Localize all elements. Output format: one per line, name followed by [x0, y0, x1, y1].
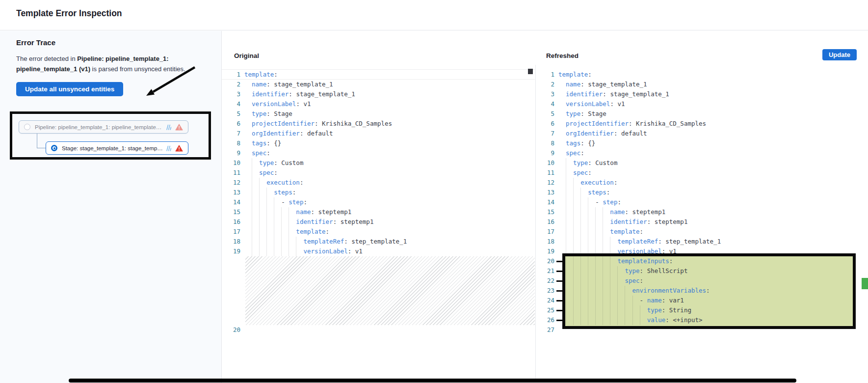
code-line: 8 tags: {}: [536, 138, 868, 148]
warning-icon: [175, 124, 183, 131]
line-number: 20: [222, 325, 240, 335]
inserted-line-marker: [556, 300, 563, 301]
error-trace-heading: Error Trace: [16, 38, 55, 47]
code-line: 6 projectIdentifier: Krishika_CD_Samples: [222, 119, 536, 129]
update-button[interactable]: Update: [822, 49, 857, 60]
code-line: 4 versionLabel: v1: [222, 99, 536, 109]
code-line: 7 orgIdentifier: default: [536, 129, 868, 138]
template-error-inspection-page: Template Error Inspection Error Trace Th…: [0, 0, 868, 383]
code-line: 18 templateRef: step_template_1: [222, 237, 536, 246]
error-trace-panel: Error Trace The error detected in Pipeli…: [0, 31, 222, 383]
tree-connector: [37, 134, 37, 148]
code-line: 2 name: stage_template_1: [536, 80, 868, 89]
tree-node-stage[interactable]: Stage: stage_template_1: stage_templat..…: [46, 141, 188, 155]
code-line: 19 versionLabel: v1: [536, 246, 868, 256]
inserted-line-marker: [556, 261, 563, 262]
code-line: 18 templateRef: step_template_1: [536, 237, 868, 246]
code-line: 10 type: Custom: [536, 158, 868, 168]
code-line: 11 spec:: [536, 168, 868, 178]
inserted-line-marker: [556, 310, 563, 311]
inserted-line-marker: [556, 320, 563, 321]
code-line: 13 steps:: [536, 188, 868, 197]
inserted-line-marker: [556, 271, 563, 272]
code-line: 10 type: Custom: [222, 158, 536, 168]
template-library-icon: [166, 145, 171, 151]
error-trace-tree-annotation-box: Pipeline: pipeline_template_1: pipeline_…: [10, 111, 211, 160]
description-prefix: The error detected in: [16, 55, 77, 62]
code-line: 12 execution:: [536, 178, 868, 188]
inserted-line-marker: [556, 290, 563, 292]
update-all-unsynced-entities-button[interactable]: Update all unsynced entities: [16, 82, 123, 96]
radio-selected-icon[interactable]: [51, 145, 57, 151]
code-line: 4 versionLabel: v1: [536, 99, 868, 109]
original-code-editor[interactable]: 20 1template:2 name: stage_template_13 i…: [222, 65, 536, 383]
tree-node-label: Pipeline: pipeline_template_1: pipeline_…: [35, 124, 163, 130]
panel-title-refreshed: Refreshed: [546, 52, 579, 59]
code-line: 1template:: [222, 70, 536, 80]
code-line: 14 - step:: [536, 197, 868, 207]
page-title: Template Error Inspection: [16, 8, 122, 19]
code-line: 20 templateInputs:: [536, 256, 868, 266]
code-line: 9 spec:: [222, 148, 536, 158]
code-line: 2 name: stage_template_1: [222, 80, 536, 89]
code-line: 17 template:: [536, 227, 868, 237]
bottom-screen-bar: [69, 379, 796, 383]
code-line: 21 type: ShellScript: [536, 266, 868, 276]
code-line: 5 type: Stage: [222, 109, 536, 119]
code-line: 3 identifier: stage_template_1: [536, 89, 868, 99]
code-line: 25 type: String: [536, 305, 868, 315]
line-number: 27: [536, 325, 554, 335]
error-trace-description: The error detected in Pipeline: pipeline…: [16, 54, 210, 74]
code-line: 16 identifier: steptemp1: [536, 217, 868, 227]
code-line: 17 template:: [222, 227, 536, 237]
tree-node-label: Stage: stage_template_1: stage_templat..…: [62, 145, 163, 151]
inserted-line-marker: [556, 280, 563, 282]
code-line: 23 environmentVariables:: [536, 286, 868, 296]
code-line: 19 versionLabel: v1: [222, 246, 536, 256]
code-line: 20: [222, 325, 536, 335]
app-header: Template Error Inspection: [0, 0, 868, 30]
code-line: 14 - step:: [222, 197, 536, 207]
code-line: 27: [536, 325, 868, 335]
code-line: 3 identifier: stage_template_1: [222, 89, 536, 99]
template-library-icon: [166, 124, 171, 130]
description-suffix: is parsed from unsynced entities.: [90, 65, 185, 73]
code-line: 26 value: <+input>: [536, 315, 868, 325]
code-line: 7 orgIdentifier: default: [222, 129, 536, 138]
code-line: 24 - name: var1: [536, 296, 868, 305]
code-line: 15 name: steptemp1: [222, 207, 536, 217]
code-line: 12 execution:: [222, 178, 536, 188]
tree-node-pipeline[interactable]: Pipeline: pipeline_template_1: pipeline_…: [19, 120, 188, 134]
panel-title-original: Original: [234, 52, 259, 59]
code-line: 13 steps:: [222, 188, 536, 197]
radio-unselected-icon[interactable]: [24, 124, 30, 130]
refreshed-code-editor[interactable]: 1template:2 name: stage_template_13 iden…: [536, 65, 868, 383]
code-line: 9 spec:: [536, 148, 868, 158]
code-line: 1template:: [536, 70, 868, 80]
diff-hatch-region: [245, 256, 535, 325]
code-line: 22 spec:: [536, 276, 868, 286]
tree-connector: [37, 148, 46, 148]
code-line: 6 projectIdentifier: Krishika_CD_Samples: [536, 119, 868, 129]
code-line: 15 name: steptemp1: [536, 207, 868, 217]
code-line: 16 identifier: steptemp1: [222, 217, 536, 227]
code-line: 11 spec:: [222, 168, 536, 178]
code-line: 5 type: Stage: [536, 109, 868, 119]
warning-icon: [175, 145, 183, 152]
code-line: 8 tags: {}: [222, 138, 536, 148]
